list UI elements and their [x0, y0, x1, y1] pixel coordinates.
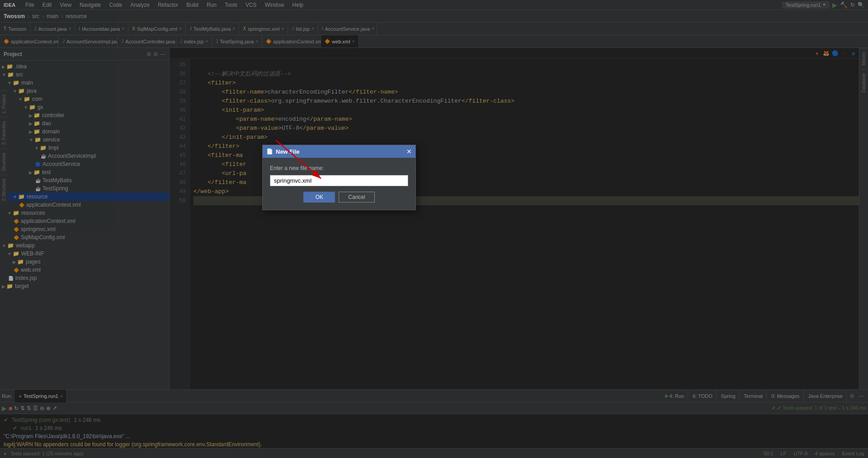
- modal-close-button[interactable]: ✕: [406, 148, 412, 155]
- modal-buttons: OK Cancel: [270, 192, 408, 203]
- modal-overlay: 📄 New File ✕ Enter a new file name: OK C…: [0, 0, 868, 458]
- modal-cancel-button[interactable]: Cancel: [339, 192, 374, 203]
- modal-ok-button[interactable]: OK: [303, 192, 335, 203]
- modal-title: New File: [276, 148, 300, 155]
- modal-body: Enter a new file name: OK Cancel: [263, 158, 415, 210]
- new-file-modal: 📄 New File ✕ Enter a new file name: OK C…: [262, 145, 416, 210]
- modal-title-bar: 📄 New File ✕: [263, 145, 415, 158]
- modal-title-icon: 📄: [266, 148, 273, 155]
- modal-filename-input[interactable]: [270, 175, 408, 186]
- modal-label: Enter a new file name:: [270, 165, 408, 171]
